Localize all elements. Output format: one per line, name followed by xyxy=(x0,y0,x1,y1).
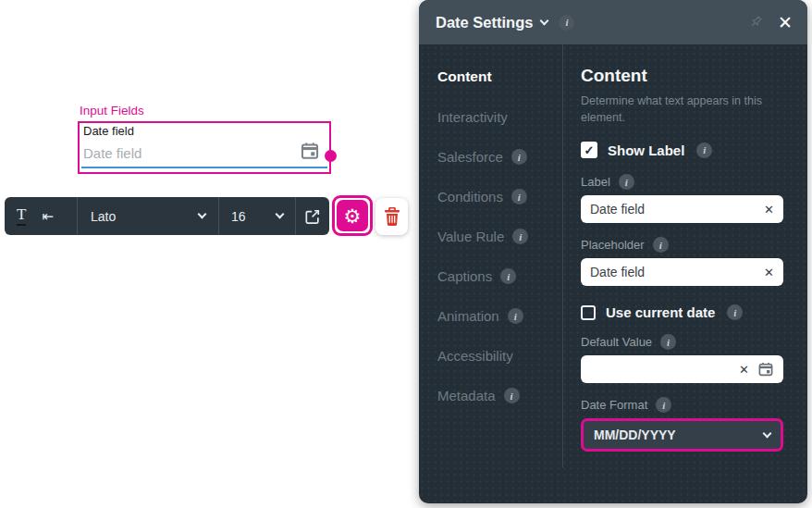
default-value-caption: Default Value xyxy=(581,335,652,349)
nav-label: Captions xyxy=(437,268,492,284)
nav-label: Salesforce xyxy=(437,149,503,165)
date-format-value: MM/DD/YYYY xyxy=(594,427,676,442)
nav-label: Metadata xyxy=(437,388,496,403)
section-label-input-fields: Input Fields xyxy=(80,104,144,118)
nav-item-accessibility[interactable]: Accessibility xyxy=(437,348,562,364)
chevron-down-icon xyxy=(198,210,207,219)
nav-label: Value Rule xyxy=(437,229,504,244)
content-description: Determine what text appears in this elem… xyxy=(581,93,777,126)
text-style-icon[interactable]: T xyxy=(17,206,26,226)
font-size-value: 16 xyxy=(231,209,246,224)
text-toolbar: T ⇤ Lato 16 xyxy=(5,197,329,235)
date-settings-panel: Date Settings i ✕ Content Interactivity … xyxy=(419,0,807,503)
use-current-date-text: Use current date xyxy=(606,304,715,320)
show-label-text: Show Label xyxy=(608,142,684,158)
placeholder-input-wrap: ✕ xyxy=(581,258,783,286)
label-input-wrap: ✕ xyxy=(581,195,783,223)
nav-item-conditions[interactable]: Conditions i xyxy=(437,189,562,204)
label-field-group: Label i ✕ xyxy=(581,174,783,223)
info-icon[interactable]: i xyxy=(504,388,520,403)
panel-header: Date Settings i ✕ xyxy=(419,0,807,44)
content-heading: Content xyxy=(581,66,783,86)
open-editor-button[interactable] xyxy=(296,197,329,235)
use-current-date-row: Use current date i xyxy=(581,304,783,320)
clear-icon[interactable]: ✕ xyxy=(764,266,774,279)
show-label-checkbox[interactable]: ✓ xyxy=(581,142,597,158)
info-icon[interactable]: i xyxy=(511,189,527,204)
nav-item-captions[interactable]: Captions i xyxy=(437,268,562,284)
info-icon[interactable]: i xyxy=(727,304,743,320)
date-field-widget[interactable]: Date field xyxy=(78,121,331,174)
use-current-date-checkbox[interactable] xyxy=(581,305,596,320)
label-field-caption: Label xyxy=(581,175,610,189)
chevron-down-icon xyxy=(763,428,772,438)
date-field-input[interactable] xyxy=(83,145,287,161)
close-icon[interactable]: ✕ xyxy=(778,14,793,31)
nav-label: Conditions xyxy=(437,189,503,204)
date-format-group: Date Format i MM/DD/YYYY xyxy=(581,397,783,452)
nav-item-salesforce[interactable]: Salesforce i xyxy=(437,149,562,165)
input-underline xyxy=(81,167,327,168)
indent-left-icon[interactable]: ⇤ xyxy=(42,208,54,225)
info-icon[interactable]: i xyxy=(653,237,669,253)
font-size-select[interactable]: 16 xyxy=(219,197,295,235)
panel-title: Date Settings xyxy=(436,14,533,31)
info-icon[interactable]: i xyxy=(512,229,528,244)
nav-label: Interactivity xyxy=(437,109,508,125)
info-icon[interactable]: i xyxy=(656,397,671,413)
delete-button[interactable] xyxy=(375,198,408,235)
clear-icon[interactable]: ✕ xyxy=(739,364,749,376)
info-icon[interactable]: i xyxy=(511,149,527,165)
chevron-down-icon[interactable] xyxy=(540,16,549,25)
clear-icon[interactable]: ✕ xyxy=(764,204,774,216)
info-icon[interactable]: i xyxy=(660,334,676,350)
gear-icon: ⚙ xyxy=(344,206,362,226)
info-icon[interactable]: i xyxy=(619,174,634,190)
external-link-icon xyxy=(303,207,322,226)
font-family-value: Lato xyxy=(91,209,116,224)
nav-label: Content xyxy=(437,68,492,85)
show-label-row: ✓ Show Label i xyxy=(581,142,783,158)
nav-item-metadata[interactable]: Metadata i xyxy=(437,388,562,403)
placeholder-field-caption: Placeholder xyxy=(581,238,645,252)
default-value-input[interactable] xyxy=(590,362,731,377)
nav-item-interactivity[interactable]: Interactivity xyxy=(437,109,562,125)
info-icon[interactable]: i xyxy=(500,268,516,284)
date-field-label: Date field xyxy=(83,124,134,138)
nav-label: Accessibility xyxy=(437,348,513,364)
label-input[interactable] xyxy=(590,202,756,217)
panel-nav: Content Interactivity Salesforce i Condi… xyxy=(419,44,562,503)
nav-item-content[interactable]: Content xyxy=(437,68,562,85)
selection-handle[interactable] xyxy=(325,150,337,162)
trash-icon xyxy=(384,207,400,226)
font-family-select[interactable]: Lato xyxy=(78,197,218,235)
default-value-input-wrap: ✕ xyxy=(581,355,783,383)
nav-label: Animation xyxy=(437,308,499,324)
content-pane: Content Determine what text appears in t… xyxy=(563,44,807,503)
nav-item-value-rule[interactable]: Value Rule i xyxy=(437,229,562,244)
placeholder-input[interactable] xyxy=(590,265,756,279)
info-icon[interactable]: i xyxy=(559,15,574,31)
calendar-icon[interactable] xyxy=(300,141,320,161)
nav-item-animation[interactable]: Animation i xyxy=(437,308,562,324)
calendar-icon[interactable] xyxy=(757,361,774,378)
pin-icon[interactable] xyxy=(747,14,764,31)
settings-button[interactable]: ⚙ xyxy=(332,195,373,236)
default-value-group: Default Value i ✕ xyxy=(581,334,783,383)
date-format-select[interactable]: MM/DD/YYYY xyxy=(581,418,783,452)
date-format-caption: Date Format xyxy=(581,398,647,412)
info-icon[interactable]: i xyxy=(696,142,712,158)
placeholder-field-group: Placeholder i ✕ xyxy=(581,237,783,286)
info-icon[interactable]: i xyxy=(508,308,523,324)
chevron-down-icon xyxy=(276,210,285,219)
